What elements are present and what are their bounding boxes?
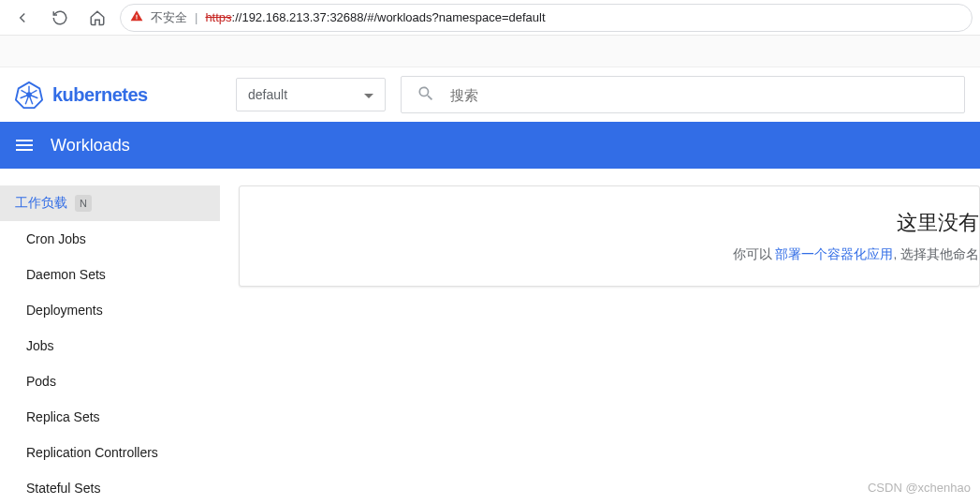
watermark: CSDN @xchenhao bbox=[868, 481, 971, 495]
back-button[interactable] bbox=[7, 3, 37, 33]
sidebar-item-cronjobs[interactable]: Cron Jobs bbox=[0, 221, 220, 257]
chevron-down-icon bbox=[364, 87, 373, 102]
sidebar-item-jobs[interactable]: Jobs bbox=[0, 328, 220, 363]
namespace-select[interactable]: default bbox=[236, 78, 386, 111]
sidebar-item-workloads[interactable]: 工作负载 N bbox=[0, 185, 220, 221]
reload-button[interactable] bbox=[45, 3, 75, 33]
sidebar-item-pods[interactable]: Pods bbox=[0, 363, 220, 399]
empty-title: 这里没有 bbox=[262, 209, 979, 237]
sidebar-item-daemonsets[interactable]: Daemon Sets bbox=[0, 257, 220, 292]
sidebar-item-deployments[interactable]: Deployments bbox=[0, 292, 220, 328]
warning-icon bbox=[130, 9, 143, 25]
page-toolbar: Workloads bbox=[0, 122, 980, 169]
empty-state-card: 这里没有 你可以 部署一个容器化应用, 选择其他命名 bbox=[239, 185, 980, 287]
brand-logo[interactable]: kubernetes bbox=[15, 81, 221, 109]
sidebar-item-label: 工作负载 bbox=[15, 195, 67, 212]
brand-text: kubernetes bbox=[52, 84, 148, 106]
insecure-label: 不安全 bbox=[151, 9, 187, 26]
empty-description: 你可以 部署一个容器化应用, 选择其他命名 bbox=[262, 246, 979, 263]
home-button[interactable] bbox=[82, 3, 112, 33]
app-header: kubernetes default bbox=[0, 67, 980, 122]
main-content: 这里没有 你可以 部署一个容器化应用, 选择其他命名 bbox=[220, 169, 980, 504]
sidebar-badge: N bbox=[75, 195, 92, 212]
sidebar-item-replicationcontrollers[interactable]: Replication Controllers bbox=[0, 435, 220, 470]
menu-icon[interactable] bbox=[13, 134, 36, 156]
search-input[interactable] bbox=[450, 87, 949, 103]
url-text: https://192.168.213.37:32688/#/workloads… bbox=[205, 10, 545, 24]
sidebar-item-statefulsets[interactable]: Stateful Sets bbox=[0, 470, 220, 504]
sidebar: 工作负载 N Cron Jobs Daemon Sets Deployments… bbox=[0, 169, 220, 504]
bookmarks-strip bbox=[0, 36, 980, 67]
sidebar-item-replicasets[interactable]: Replica Sets bbox=[0, 399, 220, 435]
url-bar[interactable]: 不安全 | https://192.168.213.37:32688/#/wor… bbox=[120, 4, 973, 32]
page-title: Workloads bbox=[51, 136, 130, 156]
deploy-link[interactable]: 部署一个容器化应用 bbox=[775, 247, 893, 261]
search-box[interactable] bbox=[401, 76, 965, 113]
separator: | bbox=[195, 10, 197, 24]
browser-bar: 不安全 | https://192.168.213.37:32688/#/wor… bbox=[0, 0, 980, 36]
namespace-value: default bbox=[248, 87, 287, 102]
kubernetes-icon bbox=[15, 81, 43, 109]
search-icon bbox=[417, 84, 435, 106]
